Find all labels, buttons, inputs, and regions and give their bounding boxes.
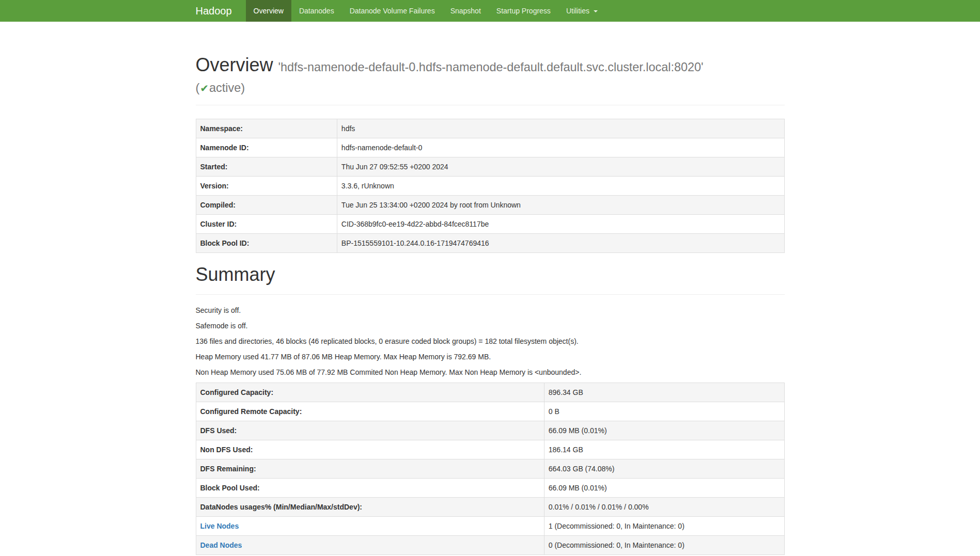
table-row: Version:3.3.6, rUnknown [196, 177, 784, 196]
nav-link[interactable]: Startup Progress [489, 0, 558, 22]
summary-line-safemode: Safemode is off. [196, 321, 785, 331]
row-value: 0.01% / 0.01% / 0.01% / 0.00% [544, 497, 784, 516]
nav-item-overview: Overview [246, 0, 291, 22]
table-row: DFS Used:66.09 MB (0.01%) [196, 421, 784, 440]
table-row: Block Pool ID:BP-1515559101-10.244.0.16-… [196, 234, 784, 253]
namenode-host: 'hdfs-namenode-default-0.hdfs-namenode-d… [278, 60, 704, 74]
brand-hadoop[interactable]: Hadoop [188, 0, 240, 22]
dead-nodes-link[interactable]: Dead Nodes [200, 541, 242, 549]
row-label: Version: [196, 177, 337, 196]
main-content: Overview 'hdfs-namenode-default-0.hdfs-n… [188, 55, 792, 555]
row-label: Compiled: [196, 196, 337, 215]
nav-link[interactable]: Snapshot [443, 0, 489, 22]
status-label: active [209, 81, 241, 94]
namenode-status: (✔active) [196, 81, 245, 94]
summary-line-non-heap-memory: Non Heap Memory used 75.06 MB of 77.92 M… [196, 367, 785, 377]
nav-item-datanodes: Datanodes [291, 0, 342, 22]
row-label: Configured Capacity: [196, 383, 544, 402]
row-value: Thu Jun 27 09:52:55 +0200 2024 [337, 157, 784, 177]
row-value: 3.3.6, rUnknown [337, 177, 784, 196]
nav-link[interactable]: Datanode Volume Failures [342, 0, 443, 22]
summary-table: Configured Capacity:896.34 GBConfigured … [196, 383, 785, 555]
page-title: Overview 'hdfs-namenode-default-0.hdfs-n… [196, 55, 785, 96]
summary-line-filesystem-objects: 136 files and directories, 46 blocks (46… [196, 336, 785, 346]
nav-link[interactable]: Utilities [558, 0, 605, 22]
nav-item-datanode-volume-failures: Datanode Volume Failures [342, 0, 443, 22]
table-row: Non DFS Used:186.14 GB [196, 440, 784, 459]
summary-line-heap-memory: Heap Memory used 41.77 MB of 87.06 MB He… [196, 352, 785, 362]
row-label: DFS Remaining: [196, 459, 544, 478]
top-navbar: Hadoop OverviewDatanodesDatanode Volume … [0, 0, 980, 22]
caret-down-icon [594, 10, 598, 12]
row-label: Live Nodes [196, 516, 544, 535]
table-row: Compiled:Tue Jun 25 13:34:00 +0200 2024 … [196, 196, 784, 215]
row-label: Non DFS Used: [196, 440, 544, 459]
row-value: 0 (Decommissioned: 0, In Maintenance: 0) [544, 535, 784, 554]
row-label: Namenode ID: [196, 138, 337, 157]
row-label: Configured Remote Capacity: [196, 402, 544, 421]
row-value: 1 (Decommissioned: 0, In Maintenance: 0) [544, 516, 784, 535]
row-label: Namespace: [196, 119, 337, 138]
page-title-text: Overview [196, 54, 273, 75]
row-label: Block Pool ID: [196, 234, 337, 253]
nav-link[interactable]: Datanodes [291, 0, 342, 22]
status-close-paren: ) [241, 81, 245, 94]
row-label: DataNodes usages% (Min/Median/Max/stdDev… [196, 497, 544, 516]
table-row: Started:Thu Jun 27 09:52:55 +0200 2024 [196, 157, 784, 177]
row-value: 66.09 MB (0.01%) [544, 478, 784, 497]
navbar-inner: Hadoop OverviewDatanodesDatanode Volume … [188, 0, 792, 22]
nav-link[interactable]: Overview [246, 0, 291, 22]
table-row: Block Pool Used:66.09 MB (0.01%) [196, 478, 784, 497]
row-label: Started: [196, 157, 337, 177]
namenode-info-table: Namespace:hdfsNamenode ID:hdfs-namenode-… [196, 119, 785, 253]
table-row: DataNodes usages% (Min/Median/Max/stdDev… [196, 497, 784, 516]
row-value: 66.09 MB (0.01%) [544, 421, 784, 440]
table-row: Cluster ID:CID-368b9fc0-ee19-4d22-abbd-8… [196, 215, 784, 234]
summary-paragraphs: Security is off. Safemode is off. 136 fi… [196, 305, 785, 377]
check-icon: ✔ [199, 83, 209, 94]
row-value: CID-368b9fc0-ee19-4d22-abbd-84fcec8117be [337, 215, 784, 234]
summary-title: Summary [196, 264, 785, 285]
row-value: BP-1515559101-10.244.0.16-1719474769416 [337, 234, 784, 253]
table-row: Configured Remote Capacity:0 B [196, 402, 784, 421]
summary-line-security: Security is off. [196, 305, 785, 315]
nav-menu: OverviewDatanodesDatanode Volume Failure… [246, 0, 605, 22]
table-row: Dead Nodes0 (Decommissioned: 0, In Maint… [196, 535, 784, 554]
row-label: Cluster ID: [196, 215, 337, 234]
nav-item-snapshot: Snapshot [443, 0, 489, 22]
row-label: DFS Used: [196, 421, 544, 440]
row-value: hdfs [337, 119, 784, 138]
nav-item-utilities: Utilities [558, 0, 605, 22]
row-value: 664.03 GB (74.08%) [544, 459, 784, 478]
title-divider [196, 105, 785, 105]
row-label: Dead Nodes [196, 535, 544, 554]
summary-divider [196, 294, 785, 295]
table-row: Namespace:hdfs [196, 119, 784, 138]
table-row: Live Nodes1 (Decommissioned: 0, In Maint… [196, 516, 784, 535]
table-row: Configured Capacity:896.34 GB [196, 383, 784, 402]
row-label: Block Pool Used: [196, 478, 544, 497]
row-value: 0 B [544, 402, 784, 421]
table-row: DFS Remaining:664.03 GB (74.08%) [196, 459, 784, 478]
row-value: 186.14 GB [544, 440, 784, 459]
nav-item-startup-progress: Startup Progress [489, 0, 558, 22]
table-row: Namenode ID:hdfs-namenode-default-0 [196, 138, 784, 157]
row-value: hdfs-namenode-default-0 [337, 138, 784, 157]
namenode-info-table-body: Namespace:hdfsNamenode ID:hdfs-namenode-… [196, 119, 784, 253]
row-value: Tue Jun 25 13:34:00 +0200 2024 by root f… [337, 196, 784, 215]
summary-table-body: Configured Capacity:896.34 GBConfigured … [196, 383, 784, 554]
row-value: 896.34 GB [544, 383, 784, 402]
live-nodes-link[interactable]: Live Nodes [200, 522, 239, 530]
